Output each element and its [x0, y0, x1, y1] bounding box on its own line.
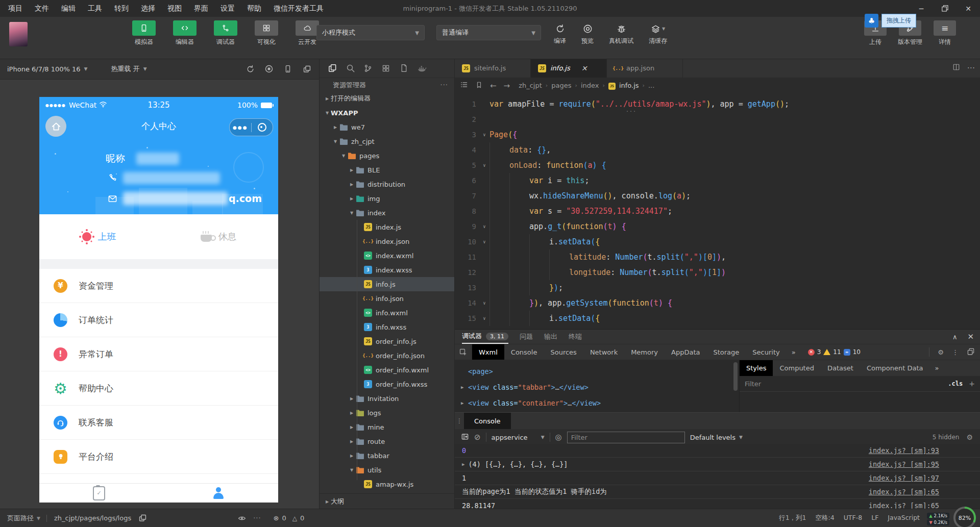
menu-item-设置[interactable]: 设置 [214, 0, 241, 17]
add-style-icon[interactable]: + [969, 380, 975, 388]
issue-badges[interactable]: ✕3 11 ≡10 [808, 348, 861, 356]
editor-tab-app.json[interactable]: {..}app.json [607, 59, 683, 78]
inspect-element-icon[interactable] [455, 344, 472, 360]
tree-item-amap-wx.js[interactable]: JSamap-wx.js [320, 477, 454, 491]
tree-item-route[interactable]: ▶route [320, 434, 454, 448]
more-tabs-icon[interactable]: » [787, 348, 801, 356]
fold-icon[interactable]: ∨ [479, 132, 489, 137]
toolbar-button-模拟器[interactable]: 模拟器 [128, 20, 160, 46]
eye-icon[interactable] [238, 514, 246, 522]
breadcrumb-file[interactable]: info.js [619, 82, 639, 89]
git-branch-icon[interactable] [362, 63, 374, 74]
tree-item-index[interactable]: ▼index [320, 206, 454, 220]
close-icon[interactable]: ✕ [967, 332, 974, 341]
tab-debugger[interactable]: 调试器 3, 11 [462, 330, 508, 344]
menu-item-平台介绍[interactable]: 平台介绍 [39, 440, 278, 474]
tree-item-utils[interactable]: ▼utils [320, 463, 454, 477]
menu-item-项目[interactable]: 项目 [2, 0, 29, 17]
menu-item-资金管理[interactable]: ¥资金管理 [39, 269, 278, 303]
code-editor[interactable]: 1var amapFile = require("../../utils/ama… [455, 93, 980, 332]
fold-icon[interactable]: ∨ [479, 316, 489, 321]
toolbar-button-可视化[interactable]: 可视化 [250, 20, 283, 46]
work-tab-休息[interactable]: 休息 [159, 214, 278, 259]
search-icon[interactable] [345, 63, 356, 74]
cls-button[interactable]: .cls [948, 380, 963, 387]
collapse-icon[interactable]: ∧ [952, 333, 958, 341]
action-详情[interactable]: ≡详情 [934, 20, 956, 46]
stop-icon[interactable] [264, 64, 274, 74]
more-icon[interactable]: ●●● [230, 125, 251, 130]
console-filter-input[interactable]: Filter [567, 432, 685, 443]
hot-reload-dropdown[interactable]: 热重载 开▼ [104, 59, 154, 79]
tree-item-zh_cjpt[interactable]: ▼zh_cjpt [320, 134, 454, 148]
fold-icon[interactable]: ∨ [479, 239, 489, 244]
source-link[interactable]: index.js? [sm]:65 [869, 501, 939, 509]
devtools-tab-Sources[interactable]: Sources [544, 344, 583, 360]
device-dropdown[interactable]: iPhone 6/7/8 100% 16▼ [0, 59, 94, 79]
tree-item-WXAPP[interactable]: ▼WXAPP [320, 106, 454, 120]
mode-dropdown[interactable]: 小程序模式▼ [316, 25, 425, 40]
more-icon[interactable]: ··· [440, 81, 448, 89]
menu-item-帮助[interactable]: 帮助 [241, 0, 267, 17]
tree-item-we7[interactable]: ▶we7 [320, 120, 454, 134]
styles-tab-Dataset[interactable]: Dataset [821, 360, 860, 376]
toolbar-button-编辑器[interactable]: 编辑器 [168, 20, 201, 46]
fold-icon[interactable]: ∨ [479, 163, 489, 168]
source-link[interactable]: index.js? [sm]:93 [869, 446, 939, 455]
devtools-tab-Memory[interactable]: Memory [624, 344, 665, 360]
outline-list-icon[interactable] [460, 81, 468, 90]
tree-item-Invitation[interactable]: ▶Invitation [320, 391, 454, 406]
whale-icon[interactable] [416, 63, 427, 74]
more-icon[interactable]: ··· [253, 514, 261, 522]
breadcrumb-item[interactable]: pages [551, 82, 571, 89]
dock-window-icon[interactable] [967, 347, 975, 357]
fold-icon[interactable]: ∨ [479, 224, 489, 229]
devtools-tab-Network[interactable]: Network [583, 344, 624, 360]
extensions-grid-icon[interactable] [380, 63, 391, 74]
work-tab-上班[interactable]: 上班 [39, 214, 159, 259]
tab-终端[interactable]: 终端 [569, 332, 582, 341]
tree-item-order_info.json[interactable]: {..}order_info.json [320, 348, 454, 363]
menu-item-工具[interactable]: 工具 [82, 0, 108, 17]
scrollbar[interactable] [733, 362, 738, 391]
bookmark-icon[interactable] [475, 81, 483, 90]
styles-tab-Computed[interactable]: Computed [773, 360, 821, 376]
fold-icon[interactable]: ∨ [479, 300, 489, 306]
kebab-menu-icon[interactable]: ⋮ [952, 348, 959, 356]
tree-item-mine[interactable]: ▶mine [320, 420, 454, 434]
action-清缓存[interactable]: ▼清缓存 [649, 22, 667, 45]
devtools-tab-Security[interactable]: Security [746, 344, 786, 360]
gear-icon[interactable]: ⚙ [966, 433, 973, 441]
styles-tab-Component Data[interactable]: Component Data [860, 360, 930, 376]
devtools-tab-AppData[interactable]: AppData [665, 344, 706, 360]
breadcrumb-item[interactable]: index [581, 82, 599, 89]
close-button[interactable]: ✕ [957, 0, 980, 17]
wxml-node[interactable]: ▶<view class="tabbar">…</view> [461, 379, 739, 395]
more-tabs-icon[interactable]: » [930, 364, 944, 372]
editor-tab-info.js[interactable]: JSinfo.js✕ [531, 59, 607, 78]
menu-item-选择[interactable]: 选择 [135, 0, 161, 17]
refresh-icon[interactable] [245, 64, 255, 74]
expand-arrow-icon[interactable]: ▶ [461, 385, 468, 390]
devtools-tab-Console[interactable]: Console [504, 344, 544, 360]
tree-item-pages[interactable]: ▼pages [320, 148, 454, 163]
tree-item-logs[interactable]: ▶logs [320, 406, 454, 420]
devtools-tab-Storage[interactable]: Storage [706, 344, 746, 360]
breadcrumb-more[interactable]: ... [648, 82, 654, 89]
tree-item-order_info.js[interactable]: JSorder_info.js [320, 334, 454, 348]
menu-item-转到[interactable]: 转到 [108, 0, 135, 17]
tab-console[interactable]: Console [464, 413, 511, 429]
wxml-node[interactable]: <page> [461, 363, 739, 379]
wxml-tree[interactable]: <page>▶<view class="tabbar">…</view>▶<vi… [455, 360, 739, 412]
menu-item-微信开发者工具[interactable]: 微信开发者工具 [267, 0, 330, 17]
filter-input[interactable]: Filter [745, 380, 761, 388]
tab-问题[interactable]: 问题 [520, 332, 533, 341]
clear-console-icon[interactable]: ⊘ [474, 433, 481, 442]
encoding[interactable]: UTF-8 [844, 514, 862, 522]
menu-item-帮助中心[interactable]: ⚙帮助中心 [39, 371, 278, 406]
expand-arrow-icon[interactable]: ▶ [461, 400, 468, 406]
expand-arrow-icon[interactable]: ▶ [462, 462, 464, 467]
tree-item-order_info.wxml[interactable]: <>order_info.wxml [320, 363, 454, 377]
avatar[interactable] [9, 22, 28, 46]
memory-gauge[interactable]: 82% [953, 507, 976, 527]
